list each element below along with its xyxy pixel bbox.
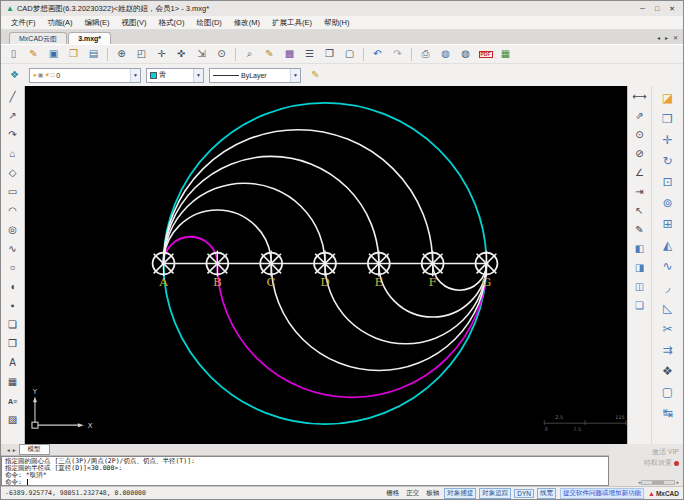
trim-button[interactable]: ✂	[655, 319, 681, 339]
rotate-button[interactable]: ↻	[655, 151, 681, 171]
scroll-left-icon[interactable]: ◂	[638, 479, 641, 485]
menu-item-绘图D[interactable]: 绘图(D)	[190, 18, 227, 28]
save-button[interactable]: ▣	[44, 46, 63, 63]
redo-button[interactable]: ↷	[388, 46, 407, 63]
tab-MxCAD云图[interactable]: MxCAD云图	[9, 32, 67, 44]
dim-continue-button[interactable]: ⇥	[630, 183, 650, 201]
vip-settings-link[interactable]: 特权设置	[644, 458, 679, 468]
layer-combo[interactable]: ●▣☀□ 0 ▼	[29, 68, 141, 83]
menu-item-视图V[interactable]: 视图(V)	[116, 18, 153, 28]
zoom-extents-button[interactable]: ✛	[152, 46, 171, 63]
zoom-dynamic-button[interactable]: ⇲	[192, 46, 211, 63]
spline-edit-button[interactable]: ∿	[655, 256, 681, 276]
toggle-对象捕捉[interactable]: 对象捕捉	[444, 488, 476, 499]
scale-button[interactable]: ⊡	[655, 172, 681, 192]
erase-button[interactable]: ◪	[655, 88, 681, 108]
find-button[interactable]: ⌕	[240, 46, 259, 63]
point-button[interactable]: ▪	[3, 297, 23, 315]
polyline-button[interactable]: ↗	[3, 107, 23, 125]
hatch-button[interactable]: ▨	[3, 411, 23, 429]
menu-item-修改M[interactable]: 修改(M)	[228, 18, 266, 28]
display-settings-button[interactable]: ▢	[340, 46, 359, 63]
text-button[interactable]: A	[3, 354, 23, 372]
command-scrollbar[interactable]: ◂ ▸	[638, 479, 679, 485]
scroll-right-icon[interactable]: ▸	[676, 479, 679, 485]
viewport-4-button[interactable]: ❏	[630, 297, 650, 315]
dim-aligned-button[interactable]: ⇗	[630, 107, 650, 125]
pdf-export-button[interactable]: PDF	[476, 46, 495, 63]
tab-model[interactable]: 模型	[19, 444, 50, 455]
tab-3.mxg*[interactable]: 3.mxg*	[68, 32, 111, 44]
tab-close-icon[interactable]: ✕	[673, 34, 678, 41]
save-as-button[interactable]: ▤	[84, 46, 103, 63]
minimize-button[interactable]: ─	[640, 5, 645, 13]
zoom-window-button[interactable]: ◰	[132, 46, 151, 63]
layout-prev-icon[interactable]: ◂	[7, 447, 10, 453]
dim-diameter-button[interactable]: ⊘	[630, 145, 650, 163]
layer-manager-button[interactable]: ❖	[5, 67, 24, 84]
viewport-3-button[interactable]: ◫	[630, 278, 650, 296]
image-insert-button[interactable]: ▦	[3, 373, 23, 391]
maximize-button[interactable]: □	[655, 5, 659, 13]
tab-scroll-right-icon[interactable]: ▸	[665, 34, 668, 41]
arc-3point-button[interactable]: ◠	[3, 202, 23, 220]
menu-item-编辑E[interactable]: 编辑(E)	[79, 18, 116, 28]
menu-item-功能A[interactable]: 功能(A)	[42, 18, 79, 28]
line-button[interactable]: ╱	[3, 88, 23, 106]
activate-vip-link[interactable]: 激活 VIP	[652, 447, 679, 457]
text-style-button[interactable]: ☰	[300, 46, 319, 63]
command-line[interactable]: 指定圆的圆心点 [三点(3P)/两点(2P)/切点、切点、半径(T)]:指定圆的…	[1, 456, 609, 486]
command-prompt[interactable]: 命令:	[5, 479, 605, 486]
print-button[interactable]: ⎙	[416, 46, 435, 63]
undo-button[interactable]: ↶	[368, 46, 387, 63]
color-combo[interactable]: 青 ▼	[146, 68, 204, 83]
toggle-栅格[interactable]: 栅格	[384, 489, 401, 498]
fillet-button[interactable]: ◞	[655, 277, 681, 297]
toggle-极轴[interactable]: 极轴	[424, 489, 441, 498]
mirror-button[interactable]: ◭	[655, 235, 681, 255]
close-button[interactable]: ✕	[669, 5, 675, 13]
copy-clip-button[interactable]: ❐	[320, 46, 339, 63]
rectangle-button[interactable]: ▭	[3, 183, 23, 201]
arc-button[interactable]: ↷	[3, 126, 23, 144]
mtext-button[interactable]: A≡	[3, 392, 23, 410]
dim-angular-button[interactable]: ∠	[630, 164, 650, 182]
join-button[interactable]: ↹	[655, 403, 681, 423]
offset-button[interactable]: ⊚	[655, 193, 681, 213]
extend-button[interactable]: ⇉	[655, 340, 681, 360]
quick-annotate-button[interactable]: ✎	[260, 46, 279, 63]
menu-item-帮助H[interactable]: 帮助(H)	[318, 18, 355, 28]
dim-leader-button[interactable]: ↖	[630, 202, 650, 220]
menu-item-文件F[interactable]: 文件(F)	[5, 18, 42, 28]
toggle-DYN[interactable]: DYN	[514, 489, 534, 498]
dim-radius-button[interactable]: ⊙	[630, 126, 650, 144]
open-button[interactable]: ❐	[64, 46, 83, 63]
boundary-button[interactable]: ▢	[655, 382, 681, 402]
new-file-button[interactable]: ▯	[4, 46, 23, 63]
ellipse-arc-button[interactable]: ◖	[3, 278, 23, 296]
copy-button[interactable]: ❒	[655, 109, 681, 129]
polygon-button[interactable]: ⌂	[3, 145, 23, 163]
viewport-1-button[interactable]: ◧	[630, 240, 650, 258]
explode-button[interactable]: ❖	[655, 361, 681, 381]
feedback-link[interactable]: 提交软件问题或增加新功能	[560, 488, 644, 499]
layout-next-icon[interactable]: ▸	[13, 447, 16, 453]
chamfer-button[interactable]: ◺	[655, 298, 681, 318]
zoom-object-button[interactable]: ⊙	[212, 46, 231, 63]
viewport-2-button[interactable]: ◨	[630, 259, 650, 277]
dim-edit-button[interactable]: ✎	[630, 221, 650, 239]
color-palette-button[interactable]: ▩	[280, 46, 299, 63]
circle-button[interactable]: ◎	[3, 221, 23, 239]
dim-linear-button[interactable]: ⟷	[630, 88, 650, 106]
format-painter-button[interactable]: ✎	[24, 46, 43, 63]
web-publish-button[interactable]: ◍	[436, 46, 455, 63]
polygon-inscribed-button[interactable]: ◇	[3, 164, 23, 182]
toggle-线宽[interactable]: 线宽	[537, 488, 556, 499]
toggle-正交[interactable]: 正交	[404, 489, 421, 498]
draworder-button[interactable]: ✎	[306, 67, 325, 84]
pan-button[interactable]: ✜	[172, 46, 191, 63]
menu-item-扩展工具E[interactable]: 扩展工具(E)	[266, 18, 318, 28]
linetype-combo[interactable]: ByLayer ▼	[209, 68, 301, 83]
drawing-canvas[interactable]: ABCDEFGYX2.511507.5	[25, 86, 627, 444]
move-button[interactable]: ✛	[655, 130, 681, 150]
